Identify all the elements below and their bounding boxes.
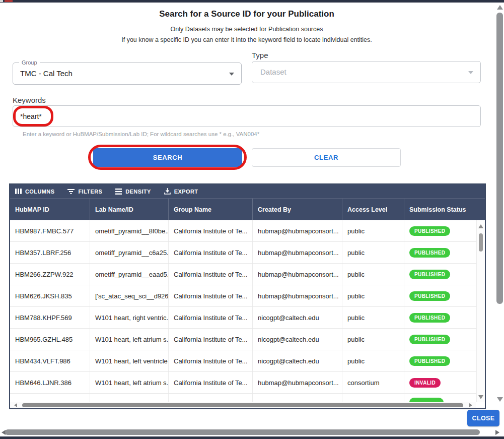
keywords-helper-text: Enter a keyword or HuBMAP/Submission/Lab…	[23, 131, 259, 137]
modal-hint: If you know a specific ID you can enter …	[0, 36, 493, 43]
cell-hubmap-id: HBM965.GZHL.485	[10, 329, 90, 350]
group-select[interactable]: Group TMC - Cal Tech	[13, 62, 242, 85]
column-header-group-name[interactable]: Group Name	[169, 199, 253, 220]
cell-access-level: public	[342, 329, 404, 350]
modal-title: Search for a Source ID for your Publicat…	[0, 9, 493, 19]
column-header-access-level[interactable]: Access Level	[342, 199, 404, 220]
cell-status: PUBLISHED	[404, 264, 476, 285]
filters-button-label: FILTERS	[78, 189, 102, 195]
cell-lab-name: ['sc_atac_seq_sci__d926...	[90, 285, 169, 306]
cell-lab-name: W101 heart, left atrium s...	[90, 372, 169, 393]
cell-created-by: hubmap@hubmapconsort...	[253, 264, 342, 285]
table-row-partial[interactable]	[10, 394, 485, 402]
table-row[interactable]: HBM357.LBRF.256 ometiff_pyramid__c6a25..…	[10, 242, 485, 264]
group-select-label: Group	[19, 59, 40, 66]
column-header-created-by[interactable]: Created By	[253, 199, 342, 220]
search-button[interactable]: SEARCH	[93, 148, 242, 167]
scroll-right-icon[interactable]	[469, 403, 472, 407]
page-vscroll-thumb[interactable]	[496, 13, 503, 304]
cell-created-by: hubmap@hubmapconsort...	[253, 372, 342, 393]
scroll-left-icon[interactable]	[14, 403, 17, 407]
edge-fragment	[0, 0, 3, 2]
cell-lab-name: ometiff_pyramid__c6a25...	[90, 242, 169, 263]
status-badge: PUBLISHED	[409, 335, 450, 344]
table-row[interactable]: HBM987.FMBC.577 ometiff_pyramid__8f0be..…	[10, 220, 485, 242]
cell-created-by: hubmap@hubmapconsort...	[253, 220, 342, 241]
table-vertical-scrollbar[interactable]	[476, 220, 485, 402]
table-row[interactable]: HBM965.GZHL.485 W101 heart, left atrium …	[10, 329, 485, 350]
chevron-down-icon	[468, 71, 473, 74]
keywords-input[interactable]: *heart*	[13, 105, 481, 127]
filters-icon	[67, 189, 75, 195]
table-toolbar: COLUMNS FILTERS DENSITY EXPORT	[10, 184, 485, 198]
cell-created-by: hubmap@hubmapconsort...	[253, 285, 342, 306]
cell-access-level: public	[342, 220, 404, 241]
page-vertical-scrollbar[interactable]	[495, 3, 504, 427]
columns-icon	[15, 188, 22, 195]
cell-lab-name: W101 heart, right ventric...	[90, 307, 169, 328]
page-scroll-down-icon[interactable]	[497, 397, 503, 402]
status-badge: PUBLISHED	[409, 291, 450, 301]
page-scroll-up-icon[interactable]	[497, 5, 503, 10]
cell-status	[404, 394, 476, 402]
type-select-value: Dataset	[260, 68, 286, 76]
modal-subtitle: Only Datasets may be selected for Public…	[0, 26, 493, 33]
cell-status: PUBLISHED	[404, 285, 476, 306]
table-row[interactable]: HBM434.VLFT.986 W101 heart, left ventric…	[10, 350, 485, 372]
page-scroll-right-icon[interactable]	[495, 430, 499, 435]
partial-status-badge	[409, 398, 444, 402]
cell-hubmap-id: HBM266.ZZPW.922	[10, 264, 90, 285]
cell-status: PUBLISHED	[404, 329, 476, 350]
keywords-input-value: *heart*	[20, 112, 42, 120]
cell-created-by: nicogpt@caltech.edu	[253, 307, 342, 328]
table-body: HBM987.FMBC.577 ometiff_pyramid__8f0be..…	[10, 220, 485, 402]
table-row[interactable]: HBM646.LJNR.386 W101 heart, left atrium …	[10, 372, 485, 394]
columns-button-label: COLUMNS	[25, 189, 54, 195]
publication-source-search-modal: Search for a Source ID for your Publicat…	[0, 0, 504, 439]
density-button[interactable]: DENSITY	[115, 189, 151, 195]
page-top-edge	[0, 0, 504, 3]
page-bottom-edge	[0, 436, 504, 439]
cell-created-by: hubmap@hubmapconsort...	[253, 242, 342, 263]
scroll-up-icon[interactable]	[478, 224, 483, 228]
column-header-lab-name[interactable]: Lab Name/ID	[90, 199, 169, 220]
cell-status: PUBLISHED	[404, 242, 476, 263]
column-header-hubmap-id[interactable]: HubMAP ID	[10, 199, 90, 220]
cell-group-name: California Institute of Te...	[169, 329, 253, 350]
columns-button[interactable]: COLUMNS	[15, 188, 54, 195]
chevron-down-icon[interactable]	[229, 73, 234, 76]
close-button[interactable]: CLOSE	[467, 410, 499, 426]
table-row[interactable]: HBM266.ZZPW.922 ometiff_pyramid__eaad5..…	[10, 264, 485, 285]
cell-access-level: public	[342, 264, 404, 285]
cell-group-name: California Institute of Te...	[169, 242, 253, 263]
page-hscroll-thumb[interactable]	[5, 429, 480, 435]
type-select-label: Type	[252, 51, 268, 59]
cell-hubmap-id: HBM646.LJNR.386	[10, 372, 90, 393]
status-badge: PUBLISHED	[409, 248, 450, 258]
cell-group-name: California Institute of Te...	[169, 264, 253, 285]
keywords-label: Keywords	[13, 96, 46, 104]
cell-status: INVALID	[404, 372, 476, 393]
clear-button[interactable]: CLEAR	[252, 148, 401, 167]
export-button[interactable]: EXPORT	[164, 188, 198, 195]
table-vscroll-thumb[interactable]	[479, 233, 483, 252]
cell-group-name: California Institute of Te...	[169, 220, 253, 241]
column-header-submission-status[interactable]: Submission Status	[404, 199, 476, 220]
cell-hubmap-id: HBM434.VLFT.986	[10, 350, 90, 371]
cell-lab-name: ometiff_pyramid__8f0be...	[90, 220, 169, 241]
table-row[interactable]: HBM626.JKSH.835 ['sc_atac_seq_sci__d926.…	[10, 285, 485, 307]
cell-access-level: public	[342, 285, 404, 306]
page-horizontal-scrollbar[interactable]	[0, 428, 504, 436]
table-horizontal-scrollbar[interactable]	[10, 402, 476, 408]
density-button-label: DENSITY	[125, 189, 151, 195]
filters-button[interactable]: FILTERS	[67, 189, 102, 195]
table-row[interactable]: HBM788.KHPF.569 W101 heart, right ventri…	[10, 307, 485, 329]
scroll-down-icon[interactable]	[478, 395, 483, 399]
cell-created-by	[253, 394, 342, 402]
cell-created-by: nicogpt@caltech.edu	[253, 329, 342, 350]
table-hscroll-thumb[interactable]	[22, 403, 463, 407]
results-table: COLUMNS FILTERS DENSITY EXPORT HubMAP ID…	[9, 183, 486, 409]
cell-access-level	[342, 394, 404, 402]
edge-fragment-red	[5, 0, 13, 2]
header-filler	[476, 199, 485, 220]
